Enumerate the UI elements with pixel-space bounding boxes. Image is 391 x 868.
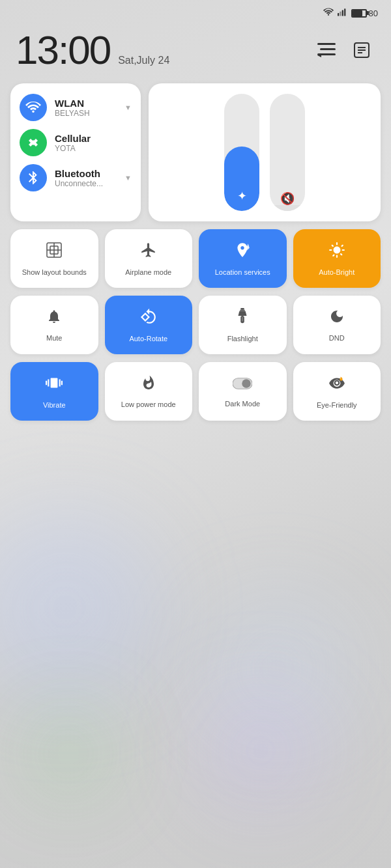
cellular-icon <box>20 129 47 156</box>
wlan-sub: BELYASH <box>55 109 117 118</box>
low-power-button[interactable]: Low power mode <box>105 362 193 421</box>
location-services-label: Location services <box>215 268 270 277</box>
bluetooth-icon <box>20 164 47 191</box>
volume-icon: 🔇 <box>280 191 295 206</box>
svg-point-12 <box>31 141 35 145</box>
clock-date: Sat,July 24 <box>118 55 169 66</box>
auto-bright-icon <box>328 242 345 262</box>
svg-rect-2 <box>341 10 343 16</box>
cellular-name: Cellular <box>55 133 132 144</box>
svg-rect-1 <box>340 12 341 16</box>
show-layout-bounds-button[interactable]: Show layout bounds <box>10 229 98 288</box>
dark-mode-button[interactable]: Dark Mode <box>199 362 287 421</box>
clock-area: 13:00 Sat,July 24 <box>0 23 391 83</box>
flashlight-icon <box>235 308 250 329</box>
edit-button[interactable] <box>348 36 375 64</box>
dnd-label: DND <box>329 333 345 343</box>
lowpower-icon <box>141 375 156 395</box>
location-icon <box>234 242 251 262</box>
main-content: WLAN BELYASH ▼ Cellular YOTA <box>0 83 391 421</box>
svg-rect-18 <box>240 310 245 311</box>
bluetooth-row[interactable]: Bluetooth Unconnecte... ▼ <box>20 164 132 191</box>
volume-slider[interactable]: 🔇 <box>270 94 305 211</box>
bluetooth-name: Bluetooth <box>55 168 117 179</box>
status-bar: 80 <box>0 0 391 23</box>
volume-fill <box>270 205 305 211</box>
location-services-button[interactable]: Location services <box>199 229 287 288</box>
svg-point-23 <box>335 381 340 385</box>
flashlight-label: Flashlight <box>227 334 258 343</box>
signal-icon <box>338 8 347 18</box>
cellular-row[interactable]: Cellular YOTA <box>20 129 132 156</box>
svg-point-22 <box>242 379 252 388</box>
svg-rect-4 <box>317 43 336 45</box>
auto-rotate-label: Auto-Rotate <box>129 334 167 343</box>
wlan-name: WLAN <box>55 98 117 109</box>
battery-indicator: 80 <box>351 8 378 18</box>
flashlight-button[interactable]: Flashlight <box>199 296 287 354</box>
vibrate-button[interactable]: Vibrate <box>10 362 98 421</box>
eye-icon <box>328 374 345 395</box>
toggle-row-1: Show layout bounds Airplane mode Locatio… <box>10 229 381 288</box>
wlan-icon <box>20 94 47 121</box>
airplane-mode-button[interactable]: Airplane mode <box>105 229 193 288</box>
svg-rect-17 <box>240 308 244 310</box>
auto-bright-label: Auto-Bright <box>319 268 355 277</box>
toggle-row-3: Vibrate Low power mode Dark Mode <box>10 362 381 421</box>
wlan-arrow: ▼ <box>124 104 132 111</box>
auto-rotate-button[interactable]: Auto-Rotate <box>105 296 193 354</box>
bluetooth-arrow: ▼ <box>124 174 132 182</box>
show-layout-label: Show layout bounds <box>22 268 87 277</box>
wifi-icon <box>323 8 334 18</box>
cellular-sub: YOTA <box>55 144 132 153</box>
dnd-button[interactable]: DND <box>293 296 381 354</box>
svg-point-24 <box>340 378 342 380</box>
rotate-icon <box>140 308 157 329</box>
moon-icon <box>329 309 345 328</box>
bluetooth-sub: Unconnecte... <box>55 179 117 188</box>
bell-icon <box>46 309 62 328</box>
brightness-slider[interactable]: ✦ <box>224 94 259 211</box>
darkmode-icon <box>233 376 252 394</box>
vibrate-icon <box>46 374 63 395</box>
mute-button[interactable]: Mute <box>10 296 98 354</box>
brightness-fill: ✦ <box>224 147 259 211</box>
low-power-label: Low power mode <box>121 400 176 409</box>
svg-rect-0 <box>338 13 339 16</box>
dark-mode-label: Dark Mode <box>225 399 260 408</box>
eye-friendly-button[interactable]: Eye-Friendly <box>293 362 381 421</box>
mute-label: Mute <box>46 333 62 343</box>
sliders-card: ✦ 🔇 <box>149 83 381 221</box>
wlan-row[interactable]: WLAN BELYASH ▼ <box>20 94 132 121</box>
battery-text: 80 <box>369 8 378 18</box>
eye-friendly-label: Eye-Friendly <box>317 400 357 410</box>
top-row: WLAN BELYASH ▼ Cellular YOTA <box>10 83 381 221</box>
menu-lines-button[interactable] <box>313 36 340 64</box>
svg-rect-3 <box>344 8 345 16</box>
layout-icon <box>46 242 63 262</box>
clock-time: 13:00 <box>16 30 110 70</box>
connectivity-card: WLAN BELYASH ▼ Cellular YOTA <box>10 83 141 221</box>
brightness-icon: ✦ <box>237 189 247 203</box>
airplane-mode-label: Airplane mode <box>125 268 171 277</box>
auto-bright-button[interactable]: Auto-Bright <box>293 229 381 288</box>
vibrate-label: Vibrate <box>43 400 66 410</box>
toggle-row-2: Mute Auto-Rotate Flashligh <box>10 296 381 354</box>
svg-rect-5 <box>320 48 336 50</box>
airplane-icon <box>140 242 157 262</box>
